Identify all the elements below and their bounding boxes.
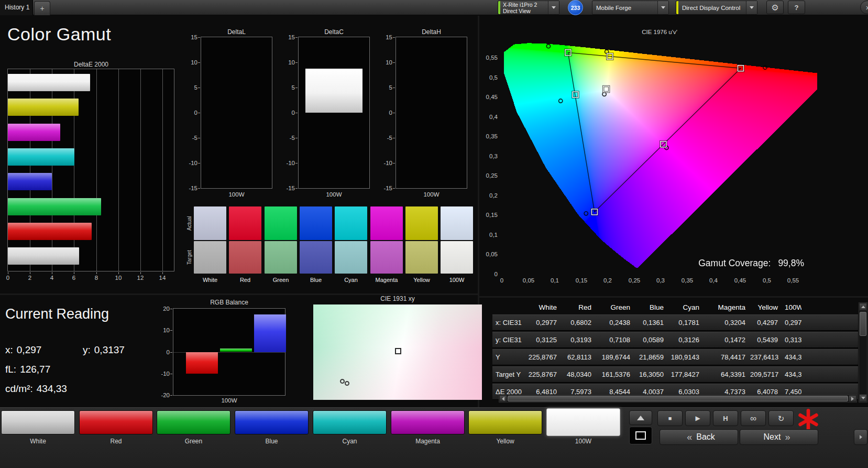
pattern-label-magenta: Magenta <box>391 438 465 445</box>
reading-y-label: y: <box>83 344 91 355</box>
deltac-y-tick-mark <box>295 113 298 113</box>
pattern-button-green[interactable] <box>157 410 230 434</box>
play-icon: ▶ <box>695 415 700 421</box>
deltal-y-tick-mark <box>198 37 200 38</box>
deltae-gridline <box>118 69 119 271</box>
rgb-bar-red <box>186 352 218 374</box>
table-v-scroll-thumb[interactable] <box>860 312 866 336</box>
cie-x-tick-label: 0,55 <box>787 277 799 284</box>
deltae-x-tick-label: 12 <box>137 275 144 281</box>
pattern-button-100w[interactable] <box>546 408 620 436</box>
chevron-down-icon[interactable] <box>548 1 559 14</box>
red-asterisk-icon <box>796 408 820 432</box>
rgb-y-tick-label: 20 <box>150 305 170 312</box>
back-button[interactable]: «Back <box>660 429 738 445</box>
pattern-window-button[interactable]: H <box>713 410 738 426</box>
pattern-bar: WhiteRedGreenBlueCyanMagentaYellow100W■▶… <box>0 407 868 468</box>
deltah-y-tick-label: -15 <box>372 184 392 192</box>
pattern-label-red: Red <box>79 438 153 445</box>
deltah-y-tick-label: 0 <box>372 109 392 116</box>
reading-x: x:0,297 <box>5 344 41 356</box>
deltae-x-tick-mark <box>8 272 8 274</box>
pattern-label-blue: Blue <box>235 438 309 445</box>
deltac-y-tick-mark <box>295 37 298 38</box>
column-header-magenta: Magenta <box>704 303 750 311</box>
swatch-actual-blue <box>300 206 332 240</box>
table-scroll-left-button[interactable] <box>499 395 507 402</box>
cie-y-tick-label: 0,45 <box>474 93 498 101</box>
loop-button[interactable]: ↻ <box>768 410 794 426</box>
swatch-actual-100w <box>441 206 473 240</box>
page-title: Color Gamut <box>7 24 111 45</box>
chevron-down-icon[interactable] <box>746 1 757 14</box>
pattern-button-blue[interactable] <box>235 410 309 434</box>
meter-mode: Direct View <box>503 8 545 14</box>
measurement-count-badge[interactable]: 233 <box>568 0 583 15</box>
deltae-chart-title: DeltaE 2000 <box>7 61 175 68</box>
pattern-window-icon: H <box>723 415 728 422</box>
meter-selector-dropdown[interactable]: X-Rite i1Pro 2 Direct View <box>498 1 559 15</box>
cie1976-chart-title: CIE 1976 u'v' <box>502 29 817 35</box>
table-header-row: WhiteRedGreenBlueCyanMagentaYellow100W <box>492 301 858 313</box>
continuous-button[interactable]: ∞ <box>741 410 766 426</box>
deltac-y-tick-mark <box>295 188 298 189</box>
close-button[interactable]: × <box>860 1 868 14</box>
pattern-list-up-button[interactable] <box>629 410 652 425</box>
pattern-button-yellow[interactable] <box>468 410 542 434</box>
pattern-button-magenta[interactable] <box>391 410 465 434</box>
cie-y-tick-label: 0 <box>474 270 498 278</box>
current-reading-title: Current Reading <box>5 306 109 322</box>
history-tab[interactable]: History 1 <box>0 0 33 15</box>
deltal-y-tick-mark <box>198 138 200 138</box>
next-button[interactable]: Next» <box>740 429 818 445</box>
reading-y: y:0,3137 <box>83 344 125 356</box>
settings-button[interactable] <box>766 1 784 14</box>
gamut-coverage-label: Gamut Coverage: <box>698 258 771 268</box>
rgb-balance-title: RGB Balance <box>173 299 285 306</box>
reading-fl-label: fL: <box>5 364 16 375</box>
deltae-chart <box>7 69 174 271</box>
table-cell: 0,3137 <box>783 336 801 344</box>
pattern-button-red[interactable] <box>79 410 153 434</box>
table-cell: 16,3050 <box>635 371 668 378</box>
pattern-source-dropdown[interactable]: Mobile Forge <box>592 1 669 15</box>
gear-icon <box>771 3 778 13</box>
stop-button[interactable]: ■ <box>657 410 683 426</box>
play-button[interactable]: ▶ <box>685 410 710 426</box>
cie-y-tick-label: 0,4 <box>474 113 498 121</box>
chevron-down-icon[interactable] <box>657 1 668 14</box>
rgb-balance-chart <box>173 308 285 396</box>
deltac-y-tick-label: -10 <box>275 159 295 167</box>
rgb-y-tick-mark <box>170 352 172 353</box>
cie-x-tick-label: 0,3 <box>656 277 665 284</box>
table-scroll-down-button[interactable] <box>859 394 867 402</box>
pattern-label-green: Green <box>157 438 230 445</box>
window-icon <box>635 431 646 440</box>
gamut-coverage: Gamut Coverage:99,8% <box>502 258 804 269</box>
table-scroll-right-button[interactable] <box>849 395 856 402</box>
cie-x-tick-label: 0,25 <box>629 277 640 284</box>
display-control-dropdown[interactable]: Direct Display Control <box>676 1 757 15</box>
deltac-y-tick-label: 10 <box>275 59 295 66</box>
cie-1931-chart <box>313 304 482 400</box>
table-h-scroll-thumb[interactable] <box>508 396 848 401</box>
pattern-scroll-right-button[interactable] <box>854 429 867 445</box>
pattern-button-white[interactable] <box>1 410 75 434</box>
table-cell: 78,4417 <box>704 353 750 361</box>
stop-icon: ■ <box>668 416 672 421</box>
pattern-button-cyan[interactable] <box>313 410 387 434</box>
deltae-x-tick-mark <box>30 272 30 274</box>
top-bar: History 1 + X-Rite i1Pro 2 Direct View 2… <box>0 0 868 15</box>
reading-y-value: 0,3137 <box>94 344 125 355</box>
table-scroll-up-button[interactable] <box>859 303 867 311</box>
help-button[interactable]: ? <box>788 1 805 14</box>
deltal-y-tick-label: -15 <box>178 184 197 192</box>
target-row-label: Target <box>185 241 193 274</box>
pattern-window-button[interactable] <box>629 427 652 444</box>
table-vertical-scrollbar[interactable] <box>859 302 867 402</box>
swatch-column-label: White <box>194 277 226 283</box>
table-horizontal-scrollbar[interactable] <box>499 395 857 402</box>
row-label: Target Y <box>492 371 527 378</box>
rgb-y-tick-mark <box>170 374 172 374</box>
add-history-tab-button[interactable]: + <box>34 1 50 15</box>
